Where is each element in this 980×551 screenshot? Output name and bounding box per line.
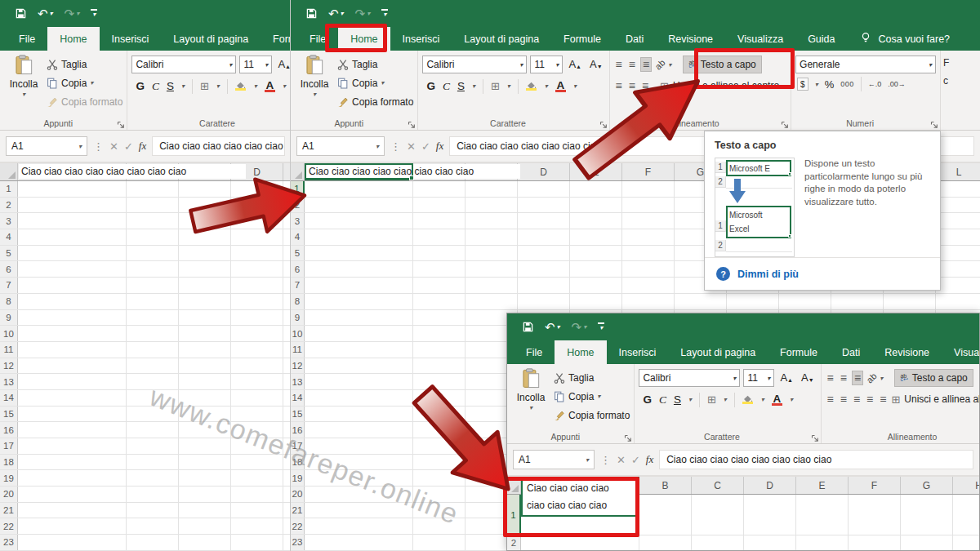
row-number-4[interactable]: 4	[0, 229, 18, 245]
cell-B5[interactable]	[127, 246, 179, 261]
cell-B1[interactable]	[127, 181, 179, 197]
cell-A9[interactable]	[305, 310, 413, 326]
cell-A8[interactable]	[305, 294, 413, 309]
cell-C2[interactable]	[692, 535, 744, 551]
cell-C23[interactable]	[179, 535, 231, 550]
redo-icon[interactable]: ↷▾	[355, 7, 371, 20]
cell-E2[interactable]	[796, 535, 849, 551]
cell-B5[interactable]	[413, 246, 466, 261]
cell-B17[interactable]	[127, 438, 179, 454]
cell-A16[interactable]	[305, 422, 413, 438]
cell-D2[interactable]	[518, 198, 570, 213]
cell-E7[interactable]	[570, 278, 622, 293]
cell-C8[interactable]	[179, 294, 231, 309]
column-header-F[interactable]: F	[849, 477, 901, 494]
cell-A4[interactable]	[305, 229, 413, 245]
cell-D9[interactable]	[231, 310, 283, 326]
format-painter-button[interactable]: Copia formato	[337, 93, 413, 110]
bold-button[interactable]: G	[426, 80, 435, 92]
cell-A4[interactable]	[18, 229, 127, 245]
wrap-text-button[interactable]: abc↩ Testo a capo	[894, 369, 973, 387]
cell-A11[interactable]	[305, 342, 413, 358]
cell-F5[interactable]	[622, 246, 675, 261]
cell-D4[interactable]	[518, 229, 570, 245]
cell-B22[interactable]	[127, 518, 179, 534]
cell-A10[interactable]	[18, 326, 127, 341]
cell-F2[interactable]	[849, 535, 901, 551]
cell-A12[interactable]	[18, 358, 127, 374]
cell-A14[interactable]	[305, 390, 413, 406]
cell-C1[interactable]	[692, 495, 744, 535]
row-number-23[interactable]: 23	[0, 535, 18, 550]
cancel-icon[interactable]: ✕	[617, 454, 626, 466]
cell-A2[interactable]	[18, 198, 127, 213]
italic-button[interactable]: C	[152, 80, 159, 93]
row-number-17[interactable]: 17	[0, 438, 18, 454]
tab-file[interactable]: File	[7, 27, 47, 51]
cell-A7[interactable]	[18, 278, 127, 293]
cell-A6[interactable]	[305, 261, 413, 277]
cell-A14[interactable]	[18, 390, 127, 406]
cell-C9[interactable]	[179, 310, 231, 326]
cell-C22[interactable]	[179, 518, 231, 534]
tab-formule[interactable]: Formule	[261, 27, 291, 51]
cell-C5[interactable]	[466, 246, 518, 261]
cell-F7[interactable]	[622, 278, 675, 293]
align-top-icon[interactable]: ≡	[614, 58, 624, 71]
cell-A3[interactable]	[18, 213, 127, 229]
number-dialog-launcher-icon[interactable]	[930, 120, 938, 128]
insert-function-icon[interactable]: fx	[436, 140, 443, 153]
fill-color-icon[interactable]	[235, 82, 247, 91]
row-number-8[interactable]: 8	[291, 294, 305, 309]
align-top-icon[interactable]: ≡	[826, 371, 835, 384]
increase-decimal-icon[interactable]: ←.0	[868, 80, 882, 88]
select-all-corner[interactable]	[0, 163, 18, 180]
cell-B23[interactable]	[413, 535, 466, 550]
column-header-E[interactable]: E	[796, 477, 849, 494]
cell-E6[interactable]	[570, 261, 622, 277]
cell-A20[interactable]	[18, 487, 127, 502]
save-icon[interactable]	[306, 8, 317, 19]
font-size-combo[interactable]: 11▾	[530, 56, 563, 73]
cell-D8[interactable]	[518, 294, 570, 309]
increase-font-icon[interactable]: A▲	[566, 59, 584, 70]
row-number-13[interactable]: 13	[0, 374, 18, 389]
cell-B7[interactable]	[413, 278, 466, 293]
cell-A23[interactable]	[18, 535, 127, 550]
cell-D7[interactable]	[231, 278, 283, 293]
cell-B6[interactable]	[127, 261, 179, 277]
increase-font-icon[interactable]: A▲	[777, 372, 795, 384]
undo-icon[interactable]: ↶▾	[328, 7, 344, 20]
tab-dati[interactable]: Dati	[830, 340, 872, 364]
underline-button[interactable]: S	[457, 80, 465, 92]
row-number-3[interactable]: 3	[0, 213, 18, 229]
cell-C19[interactable]	[179, 470, 231, 486]
cell-L1[interactable]	[936, 181, 980, 197]
row-number-6[interactable]: 6	[291, 261, 305, 277]
cell-A22[interactable]	[18, 518, 127, 534]
cell-C13[interactable]	[179, 374, 231, 389]
cell-G8[interactable]	[675, 294, 727, 309]
tab-visualizza[interactable]: Visualizza	[942, 340, 980, 364]
cell-C3[interactable]	[466, 213, 518, 229]
cell-D6[interactable]	[518, 261, 570, 277]
cut-button[interactable]: Taglia	[337, 56, 413, 73]
cell-B16[interactable]	[127, 422, 179, 438]
redo-icon[interactable]: ↷▾	[572, 321, 587, 333]
cell-D11[interactable]	[231, 342, 283, 358]
tab-revisione[interactable]: Revisione	[872, 340, 942, 364]
borders-icon[interactable]: ⊞	[200, 80, 209, 92]
align-middle-icon[interactable]: ≡	[627, 58, 637, 71]
cell-A9[interactable]	[18, 310, 127, 326]
cell-A2[interactable]	[305, 198, 413, 213]
font-size-combo[interactable]: 11▾	[239, 56, 272, 73]
cell-C6[interactable]	[466, 261, 518, 277]
cell-A11[interactable]	[18, 342, 127, 358]
cell-B2[interactable]	[413, 198, 466, 213]
cell-D20[interactable]	[231, 487, 283, 502]
paste-button[interactable]: Incolla ▾	[296, 53, 333, 110]
row-number-11[interactable]: 11	[291, 342, 305, 358]
font-color-icon[interactable]: A	[772, 393, 782, 406]
copy-button[interactable]: Copia▾	[554, 388, 630, 405]
tab-file[interactable]: File	[514, 340, 555, 364]
